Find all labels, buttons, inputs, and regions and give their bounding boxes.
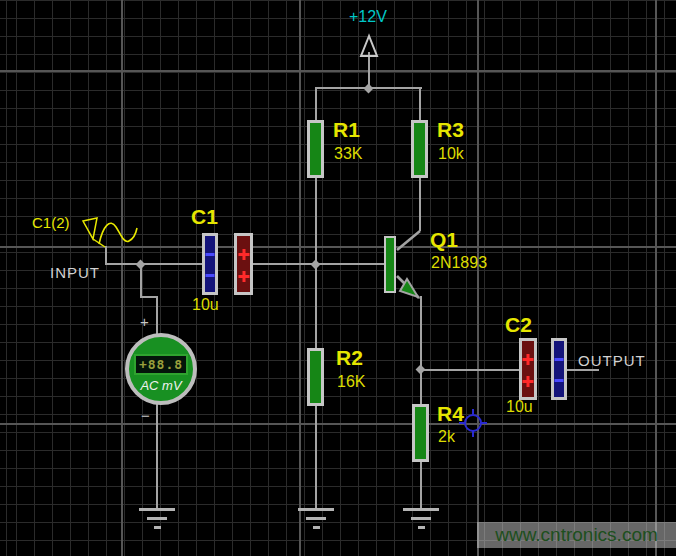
r4-value-label: 2k — [438, 428, 455, 446]
meter-minus-terminal: − — [141, 407, 150, 424]
output-label: OUTPUT — [578, 352, 646, 369]
plus-mark-icon — [238, 249, 249, 260]
resistor-r4[interactable] — [412, 404, 429, 462]
collector-line[interactable] — [397, 231, 420, 250]
meter-reading: +88.8 — [134, 354, 188, 375]
r2-ref-label: R2 — [336, 346, 363, 370]
probe-label: C1(2) — [32, 214, 70, 231]
watermark-text: www.cntronics.com — [495, 524, 658, 546]
capacitor-c2-negative-plate[interactable] — [551, 338, 567, 400]
schematic-canvas[interactable]: +88.8 AC mV + − +12V C1(2) INPUT OUTPUT … — [0, 0, 676, 556]
c1-value-label: 10u — [192, 296, 219, 314]
resistor-r3[interactable] — [411, 120, 428, 178]
plus-mark-icon — [523, 376, 534, 387]
transistor-q1[interactable] — [384, 236, 396, 293]
c2-value-label: 10u — [506, 398, 533, 416]
input-label: INPUT — [50, 264, 100, 281]
capacitor-c1-positive-plate[interactable] — [234, 233, 253, 295]
minus-mark-icon — [555, 358, 564, 361]
minus-mark-icon — [206, 253, 215, 256]
c1-ref-label: C1 — [191, 205, 218, 229]
q1-value-label: 2N1893 — [431, 254, 487, 272]
minus-mark-icon — [206, 274, 215, 277]
r1-value-label: 33K — [334, 145, 362, 163]
q1-ref-label: Q1 — [430, 228, 458, 252]
r3-ref-label: R3 — [437, 118, 464, 142]
capacitor-c2-positive-plate[interactable] — [519, 338, 537, 400]
r3-value-label: 10k — [438, 145, 464, 163]
schematic-drawing-layer — [0, 0, 676, 556]
sine-wave-icon — [99, 223, 137, 244]
power-terminal-icon[interactable] — [361, 36, 377, 56]
power-rail-label: +12V — [349, 8, 387, 26]
plus-mark-icon — [238, 271, 249, 282]
c2-ref-label: C2 — [505, 313, 532, 337]
probe-icon[interactable] — [83, 218, 97, 239]
plus-mark-icon — [523, 354, 534, 365]
minus-mark-icon — [555, 379, 564, 382]
meter-plus-terminal: + — [140, 313, 149, 330]
r2-value-label: 16K — [337, 373, 365, 391]
meter-mode-label: AC mV — [125, 378, 197, 393]
watermark: www.cntronics.com — [477, 522, 676, 548]
resistor-r1[interactable] — [307, 120, 324, 178]
resistor-r2[interactable] — [307, 348, 324, 406]
r4-ref-label: R4 — [437, 402, 464, 426]
capacitor-c1-negative-plate[interactable] — [202, 233, 218, 295]
r1-ref-label: R1 — [333, 118, 360, 142]
